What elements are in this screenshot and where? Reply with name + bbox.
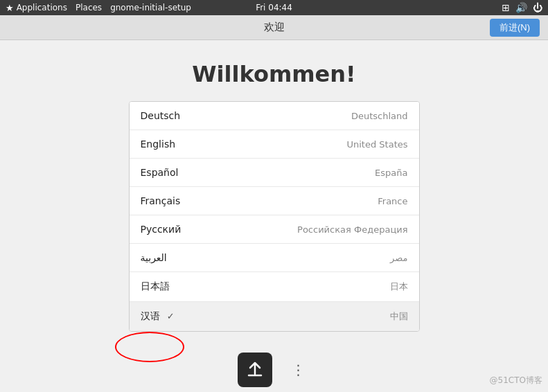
network-icon[interactable]: ⊞ bbox=[502, 2, 510, 13]
clock: Fri 04:44 bbox=[256, 3, 292, 12]
logo-icon: ★ bbox=[6, 3, 14, 13]
language-row-1[interactable]: EnglishUnited States bbox=[130, 130, 419, 159]
lang-region-6: 日本 bbox=[390, 280, 408, 293]
lang-name-2: Español bbox=[141, 167, 179, 178]
volume-icon[interactable]: 🔊 bbox=[515, 2, 527, 13]
language-row-7[interactable]: 汉语 ✓中国 bbox=[130, 302, 419, 331]
topbar-left: ★ Applications Places gnome-initial-setu… bbox=[6, 3, 191, 13]
upload-icon bbox=[245, 360, 265, 380]
lang-region-5: مصر bbox=[390, 253, 407, 263]
lang-name-3: Français bbox=[141, 195, 181, 206]
topbar: ★ Applications Places gnome-initial-setu… bbox=[0, 0, 548, 15]
language-row-5[interactable]: العربيةمصر bbox=[130, 244, 419, 272]
language-row-6[interactable]: 日本語日本 bbox=[130, 272, 419, 302]
language-row-2[interactable]: EspañolEspaña bbox=[130, 159, 419, 187]
topbar-center: Fri 04:44 bbox=[256, 3, 292, 12]
lang-region-1: United States bbox=[346, 139, 407, 150]
welcome-heading: Willkommen! bbox=[192, 61, 355, 87]
lang-region-0: Deutschland bbox=[351, 111, 408, 121]
next-button[interactable]: 前进(N) bbox=[490, 19, 540, 37]
checkmark-icon: ✓ bbox=[164, 311, 175, 321]
bottom-toolbar: ⋮ bbox=[0, 348, 548, 392]
lang-name-1: English bbox=[141, 139, 176, 150]
app-logo: ★ Applications bbox=[6, 3, 67, 13]
window-header: 欢迎 前进(N) bbox=[0, 15, 548, 40]
lang-name-7: 汉语 ✓ bbox=[141, 310, 175, 323]
language-list: DeutschDeutschlandEnglishUnited StatesEs… bbox=[129, 101, 420, 332]
app-window: 欢迎 前进(N) Willkommen! DeutschDeutschlandE… bbox=[0, 15, 548, 392]
places-menu[interactable]: Places bbox=[76, 3, 102, 12]
upload-button[interactable] bbox=[238, 353, 272, 387]
lang-region-2: España bbox=[375, 168, 407, 178]
language-row-4[interactable]: РусскийРоссийская Федерация bbox=[130, 215, 419, 244]
dots-menu[interactable]: ⋮ bbox=[286, 356, 311, 384]
topbar-right: ⊞ 🔊 ⏻ bbox=[502, 2, 542, 13]
lang-region-4: Российская Федерация bbox=[297, 224, 407, 235]
lang-name-6: 日本語 bbox=[141, 280, 170, 293]
lang-name-4: Русский bbox=[141, 224, 182, 235]
lang-region-3: France bbox=[378, 196, 407, 206]
app-name-label: gnome-initial-setup bbox=[110, 3, 191, 12]
language-row-0[interactable]: DeutschDeutschland bbox=[130, 102, 419, 130]
window-title: 欢迎 bbox=[264, 21, 285, 34]
power-icon[interactable]: ⏻ bbox=[533, 2, 542, 13]
lang-name-5: العربية bbox=[141, 252, 167, 263]
applications-menu[interactable]: Applications bbox=[17, 3, 67, 12]
lang-region-7: 中国 bbox=[390, 310, 408, 323]
lang-name-0: Deutsch bbox=[141, 110, 181, 121]
language-row-3[interactable]: FrançaisFrance bbox=[130, 187, 419, 215]
